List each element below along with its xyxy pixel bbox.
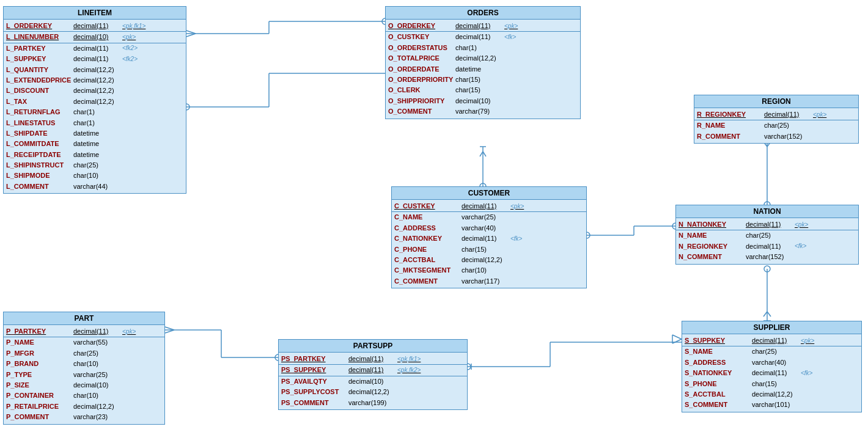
- column-name: L_SHIPMODE: [6, 171, 73, 180]
- column-key: <fk2>: [122, 55, 138, 64]
- column-name: N_NAME: [679, 231, 746, 240]
- column-type: decimal(12,2): [73, 65, 122, 75]
- column-name: N_NATIONKEY: [679, 220, 746, 229]
- column-name: N_REGIONKEY: [679, 242, 746, 251]
- column-type: char(15): [455, 86, 504, 95]
- column-name: PS_PARTKEY: [281, 354, 348, 364]
- table-row: L_QUANTITYdecimal(12,2): [4, 65, 186, 75]
- table-row: P_RETAILPRICEdecimal(12,2): [4, 401, 164, 412]
- table-header-nation: NATION: [676, 205, 858, 218]
- table-row: P_SIZEdecimal(10): [4, 380, 164, 390]
- column-key: <pk>: [122, 33, 136, 42]
- table-row: PS_SUPPLYCOSTdecimal(12,2): [279, 387, 467, 397]
- column-key: <pk,fk1>: [122, 22, 145, 31]
- column-name: C_MKTSEGMENT: [394, 266, 462, 275]
- table-row: S_NATIONKEYdecimal(11)<fk>: [682, 368, 861, 378]
- column-name: C_CUSTKEY: [394, 202, 462, 211]
- column-type: decimal(11): [746, 220, 795, 229]
- column-name: L_DISCOUNT: [6, 86, 73, 95]
- column-type: decimal(11): [73, 44, 122, 53]
- table-row: R_REGIONKEYdecimal(11)<pk>: [694, 109, 858, 120]
- column-key: <pk,fk1>: [397, 355, 421, 364]
- column-type: decimal(12,2): [462, 255, 510, 265]
- table-row: O_ORDERDATEdatetime: [386, 64, 580, 75]
- svg-line-4: [186, 34, 196, 37]
- table-row: L_LINENUMBERdecimal(10)<pk>: [4, 32, 186, 43]
- column-type: decimal(12,2): [348, 387, 397, 397]
- column-type: varchar(55): [73, 338, 122, 347]
- svg-line-3: [186, 31, 196, 34]
- column-type: decimal(11): [752, 368, 801, 378]
- column-key: <fk>: [795, 242, 806, 251]
- table-row: PS_COMMENTvarchar(199): [279, 398, 467, 408]
- column-type: decimal(12,2): [752, 390, 801, 399]
- column-type: decimal(11): [348, 365, 397, 375]
- table-header-supplier: SUPPLIER: [682, 321, 861, 334]
- column-type: char(25): [746, 231, 795, 240]
- column-name: P_RETAILPRICE: [6, 402, 73, 411]
- column-name: L_ORDERKEY: [6, 21, 73, 31]
- column-name: C_NATIONKEY: [394, 234, 462, 243]
- column-name: L_LINESTATUS: [6, 119, 73, 128]
- table-row: N_REGIONKEYdecimal(11)<fk>: [676, 241, 858, 252]
- column-name: P_CONTAINER: [6, 391, 73, 400]
- column-name: L_SHIPINSTRUCT: [6, 161, 73, 170]
- table-row: O_COMMENTvarchar(79): [386, 106, 580, 117]
- column-key: <fk>: [504, 33, 516, 42]
- column-name: C_COMMENT: [394, 277, 462, 286]
- column-type: decimal(12,2): [73, 97, 122, 106]
- column-type: varchar(152): [746, 252, 795, 262]
- column-name: O_ORDERSTATUS: [388, 43, 455, 53]
- column-type: decimal(11): [455, 32, 504, 42]
- column-type: char(10): [73, 391, 122, 400]
- table-row: P_TYPEvarchar(25): [4, 370, 164, 380]
- column-key: <pk>: [795, 221, 808, 229]
- column-type: decimal(11): [455, 21, 504, 31]
- column-name: L_RECEIPTDATE: [6, 150, 73, 159]
- column-type: varchar(40): [462, 224, 510, 233]
- table-row: L_COMMITDATEdatetime: [4, 139, 186, 149]
- table-row: L_PARTKEYdecimal(11)<fk2>: [4, 43, 186, 54]
- column-type: varchar(152): [764, 132, 813, 141]
- column-name: O_CLERK: [388, 86, 455, 95]
- column-name: S_NAME: [685, 347, 752, 356]
- column-name: O_TOTALPRICE: [388, 54, 455, 63]
- column-type: varchar(79): [455, 107, 504, 116]
- table-row: P_NAMEvarchar(55): [4, 337, 164, 348]
- table-header-orders: ORDERS: [386, 7, 580, 20]
- column-name: P_COMMENT: [6, 412, 73, 422]
- column-name: L_EXTENDEDPRICE: [6, 76, 73, 85]
- column-name: P_PARTKEY: [6, 327, 73, 336]
- column-name: S_ADDRESS: [685, 358, 752, 367]
- table-row: P_PARTKEYdecimal(11)<pk>: [4, 326, 164, 337]
- table-lineitem: LINEITEML_ORDERKEYdecimal(11)<pk,fk1>L_L…: [3, 6, 186, 194]
- table-row: O_ORDERPRIORITYchar(15): [386, 75, 580, 85]
- table-orders: ORDERSO_ORDERKEYdecimal(11)<pk>O_CUSTKEY…: [385, 6, 581, 119]
- column-type: decimal(11): [752, 336, 801, 345]
- column-type: decimal(12,2): [73, 76, 122, 85]
- svg-line-31: [767, 312, 771, 317]
- table-row: C_MKTSEGMENTchar(10): [392, 265, 586, 276]
- column-type: datetime: [73, 150, 122, 159]
- column-name: L_SUPPKEY: [6, 54, 73, 64]
- column-type: datetime: [73, 129, 122, 138]
- table-row: P_BRANDchar(10): [4, 359, 164, 369]
- table-row: C_ACCTBALdecimal(12,2): [392, 255, 586, 265]
- column-type: char(10): [73, 171, 122, 180]
- table-row: L_DISCOUNTdecimal(12,2): [4, 86, 186, 96]
- column-type: char(15): [455, 75, 504, 84]
- column-type: char(25): [73, 161, 122, 170]
- column-name: O_SHIPPRIORITY: [388, 97, 455, 106]
- column-type: decimal(11): [764, 110, 813, 119]
- column-key: <fk2>: [122, 44, 138, 53]
- table-row: L_LINESTATUSchar(1): [4, 118, 186, 128]
- column-name: O_ORDERDATE: [388, 65, 455, 74]
- table-row: P_MFGRchar(25): [4, 348, 164, 359]
- column-type: char(25): [752, 347, 801, 356]
- column-type: varchar(25): [73, 370, 122, 379]
- table-row: L_SHIPINSTRUCTchar(25): [4, 160, 186, 170]
- column-key: <pk>: [813, 111, 826, 119]
- column-name: L_COMMENT: [6, 182, 73, 191]
- column-type: decimal(11): [73, 21, 122, 31]
- column-name: O_ORDERPRIORITY: [388, 75, 455, 84]
